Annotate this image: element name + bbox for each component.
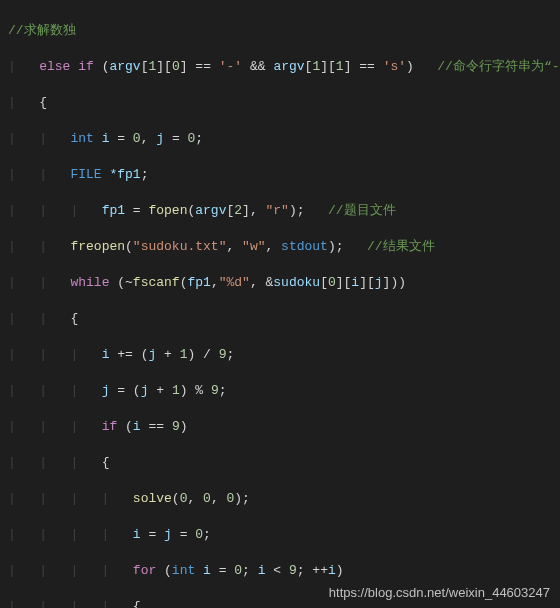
code-editor: //求解数独 | else if (argv[1][0] == '-' && a… <box>0 0 560 608</box>
func-fscanf: fscanf <box>133 275 180 290</box>
code-line: | | freopen("sudoku.txt", "w", stdout); … <box>8 238 560 256</box>
code-line: | | int i = 0, j = 0; <box>8 130 560 148</box>
keyword-if: if <box>78 59 94 74</box>
code-line: | | | if (i == 9) <box>8 418 560 436</box>
code-line: | | | j = (j + 1) % 9; <box>8 382 560 400</box>
watermark: https://blog.csdn.net/weixin_44603247 <box>329 584 550 602</box>
comment: //结果文件 <box>367 239 435 254</box>
code-line: | | | | for (int i = 0; i < 9; ++i) <box>8 562 560 580</box>
type-int: int <box>70 131 93 146</box>
code-line: | else if (argv[1][0] == '-' && argv[1][… <box>8 58 560 76</box>
code-line: | | FILE *fp1; <box>8 166 560 184</box>
func-solve: solve <box>133 491 172 506</box>
code-line: | { <box>8 94 560 112</box>
func-fopen: fopen <box>148 203 187 218</box>
const-stdout: stdout <box>281 239 328 254</box>
comment: //命令行字符串为“-s” <box>437 59 560 74</box>
keyword-if: if <box>102 419 118 434</box>
keyword-for: for <box>133 563 156 578</box>
comment: //求解数独 <box>8 23 76 38</box>
type-file: FILE <box>70 167 101 182</box>
code-line: | | { <box>8 310 560 328</box>
identifier: argv <box>109 59 140 74</box>
code-line: | | | fp1 = fopen(argv[2], "r"); //题目文件 <box>8 202 560 220</box>
func-freopen: freopen <box>70 239 125 254</box>
keyword-else: else <box>39 59 70 74</box>
keyword-while: while <box>70 275 109 290</box>
code-line: //求解数独 <box>8 22 560 40</box>
code-line: | | | | i = j = 0; <box>8 526 560 544</box>
code-line: | | | { <box>8 454 560 472</box>
comment: //题目文件 <box>328 203 396 218</box>
code-line: | | | | solve(0, 0, 0); <box>8 490 560 508</box>
code-line: | | | i += (j + 1) / 9; <box>8 346 560 364</box>
code-line: | | while (~fscanf(fp1,"%d", &sudoku[0][… <box>8 274 560 292</box>
